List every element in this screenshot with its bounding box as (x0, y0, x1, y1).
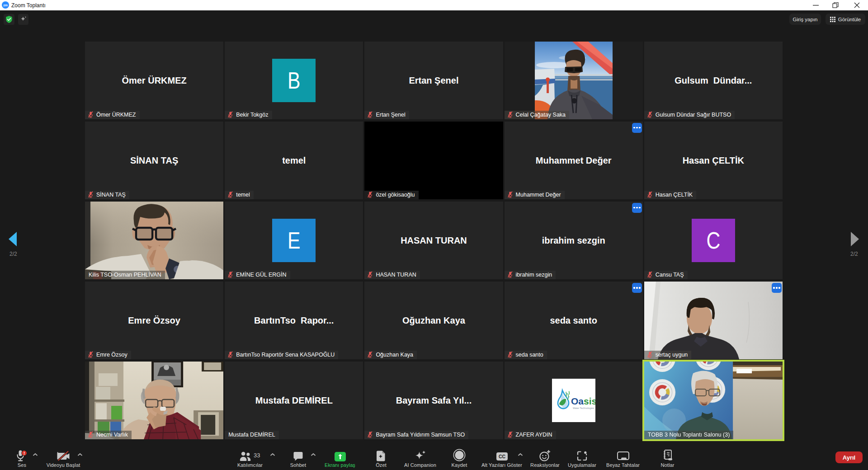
svg-text:Water Technologies: Water Technologies (573, 406, 594, 409)
svg-text:33: 33 (254, 452, 260, 459)
svg-text:CC: CC (498, 454, 505, 459)
svg-text:zm: zm (3, 4, 8, 7)
svg-text:Oasis: Oasis (571, 396, 595, 406)
